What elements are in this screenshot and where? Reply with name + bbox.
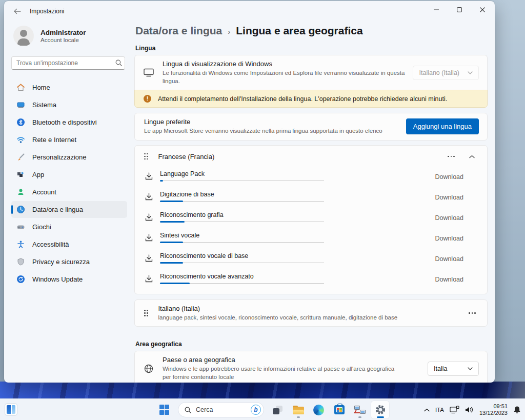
person-icon (16, 188, 25, 196)
folder-icon (293, 406, 304, 414)
minimize-icon (434, 7, 439, 12)
tray-chevron-up-icon[interactable] (424, 408, 430, 412)
download-row: Digitazione di base Download (135, 187, 487, 208)
back-button[interactable] (12, 6, 23, 16)
wifi-icon (16, 135, 25, 144)
brush-icon (16, 153, 25, 162)
country-dropdown[interactable]: Italia (428, 362, 479, 376)
download-label: Sintesi vocale (160, 232, 324, 239)
download-row: Riconoscimento vocale avanzato Download (135, 269, 487, 290)
display-language-subtitle: Le funzionalità di Windows come Impostaz… (163, 69, 413, 85)
minimize-button[interactable] (425, 1, 448, 18)
tray-language-indicator[interactable]: ITA (435, 407, 444, 413)
country-title: Paese o area geografica (163, 356, 428, 364)
widgets-icon (7, 405, 11, 414)
more-options-button[interactable] (448, 156, 455, 157)
settings-search-input[interactable] (11, 56, 125, 70)
tray-network-icon[interactable] (450, 406, 459, 414)
progress-bar (160, 262, 324, 264)
microsoft-store-button[interactable] (330, 401, 348, 418)
user-name: Administrator (41, 29, 86, 36)
sidebar-item-sistema[interactable]: Sistema (11, 96, 127, 113)
settings-button[interactable] (371, 401, 389, 418)
update-icon (16, 275, 25, 284)
chevron-down-icon (468, 367, 473, 370)
account-type: Account locale (41, 37, 86, 43)
maximize-button[interactable] (448, 1, 471, 18)
download-status[interactable]: Download (435, 173, 463, 181)
edge-button[interactable] (310, 401, 328, 418)
download-status[interactable]: Download (435, 194, 463, 201)
sidebar-nav: Home Sistema Bluetooth e dispositivi Ret… (11, 79, 127, 288)
chevron-down-icon (468, 71, 473, 74)
sidebar-item-home[interactable]: Home (11, 79, 127, 96)
sidebar-item-bluetooth[interactable]: Bluetooth e dispositivi (11, 114, 127, 131)
notification-bell-icon[interactable] (513, 406, 521, 414)
task-view-icon (273, 406, 282, 414)
download-status[interactable]: Download (435, 255, 463, 263)
bing-icon[interactable]: b (251, 405, 261, 415)
sidebar-item-personalizzazione[interactable]: Personalizzazione (11, 149, 127, 166)
download-icon (145, 213, 153, 222)
avatar (13, 26, 34, 46)
progress-bar (160, 201, 324, 202)
country-card: Paese o area geografica Windows e le app… (134, 351, 488, 383)
close-icon (480, 7, 485, 12)
sidebar-item-privacy[interactable]: Privacy e sicurezza (11, 253, 127, 270)
display-language-dropdown[interactable]: Italiano (Italia) (413, 66, 479, 80)
tray-time: 09:51 (479, 403, 508, 410)
task-view-button[interactable] (269, 401, 287, 418)
section-label-lingua: Lingua (135, 45, 488, 52)
download-status[interactable]: Download (435, 235, 463, 242)
language-card-title: Francese (Francia) (158, 153, 215, 161)
add-language-button[interactable]: Aggiungi una lingua (406, 118, 479, 134)
download-row: Riconoscimento grafia Download (135, 208, 487, 228)
breadcrumb-parent[interactable]: Data/ora e lingua (135, 25, 222, 37)
more-options-button[interactable] (469, 312, 479, 314)
sidebar-item-app[interactable]: App (11, 166, 127, 183)
desktop-wallpaper (0, 382, 525, 399)
sidebar-item-windows-update[interactable]: Windows Update (11, 271, 127, 288)
download-row: Sintesi vocale Download (135, 228, 487, 249)
system-icon (16, 101, 25, 109)
warning-text: Attendi il completamento dell'Installazi… (158, 95, 447, 103)
download-status[interactable]: Download (435, 214, 463, 222)
network-computers-icon (354, 405, 366, 414)
display-language-title: Lingua di visualizzazione di Windows (163, 60, 413, 68)
download-status[interactable]: Download (435, 276, 463, 283)
start-button[interactable] (155, 401, 173, 418)
back-arrow-icon (14, 8, 21, 14)
drag-handle-icon[interactable] (144, 310, 148, 316)
preferred-languages-subtitle: Le app Microsoft Store verranno visualiz… (144, 127, 406, 135)
main-content: Data/ora e lingua › Lingua e area geogra… (134, 22, 488, 383)
sidebar-item-account[interactable]: Account (11, 184, 127, 201)
globe-icon (144, 364, 153, 373)
download-label: Riconoscimento grafia (160, 211, 324, 218)
download-icon (145, 275, 153, 283)
sidebar: Administrator Account locale Home Sistem… (4, 22, 133, 383)
close-button[interactable] (471, 1, 494, 18)
tray-clock[interactable]: 09:51 13/12/2023 (479, 403, 508, 416)
search-icon (185, 407, 191, 413)
widgets-button[interactable] (5, 403, 17, 416)
file-explorer-button[interactable] (289, 401, 307, 418)
sidebar-item-data-ora-lingua[interactable]: Data/ora e lingua (11, 201, 127, 218)
apps-icon (16, 170, 25, 179)
settings-window: Impostazioni Administrator Account local… (4, 1, 495, 383)
download-label: Digitazione di base (160, 191, 324, 198)
download-row: Riconoscimento vocale di base Download (135, 249, 487, 269)
sidebar-item-rete[interactable]: Rete e Internet (11, 131, 127, 148)
tray-volume-icon[interactable] (465, 406, 474, 413)
network-places-button[interactable] (351, 401, 369, 418)
clock-language-icon (16, 205, 25, 214)
taskbar-search[interactable]: Cerca b (178, 402, 264, 417)
chevron-up-icon[interactable] (469, 155, 475, 158)
preferred-languages-title: Lingue preferite (144, 118, 406, 126)
sidebar-item-giochi[interactable]: Giochi (11, 218, 127, 235)
drag-handle-icon[interactable] (144, 153, 148, 160)
sidebar-item-accessibilita[interactable]: Accessibilità (11, 236, 127, 253)
user-account[interactable]: Administrator Account locale (11, 26, 127, 46)
gamepad-icon (16, 223, 25, 231)
language-card-francese: Francese (Francia) Language Pack Downloa… (134, 145, 488, 294)
taskbar: Cerca b ITA (0, 398, 525, 420)
